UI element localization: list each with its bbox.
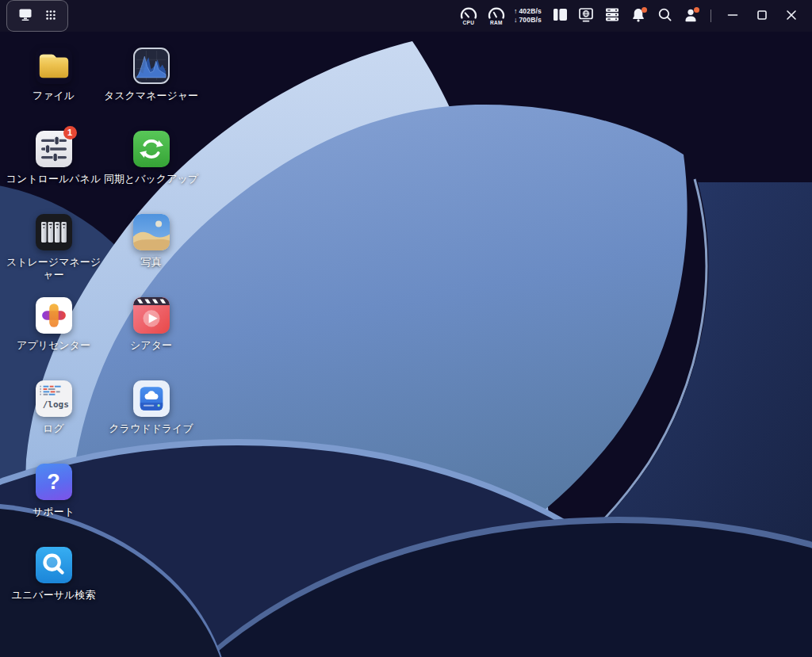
launcher-pill [6, 0, 68, 32]
storage-server-button[interactable] [603, 5, 622, 27]
minimize-button[interactable] [722, 5, 744, 27]
desktop-icon-app-center[interactable]: アプリセンター [5, 297, 102, 380]
desktop-icon-cloud-drive[interactable]: クラウドドライブ [102, 380, 200, 464]
logs-file-icon: /logs [36, 380, 72, 417]
desktop-icon-label: クラウドドライブ [109, 422, 193, 435]
desktop-icon-task-manager[interactable]: タスクマネージャー [102, 48, 200, 131]
desktop-icon-label: ストレージマネージャー [6, 256, 102, 281]
desktop-icon-label: ファイル [33, 90, 75, 102]
desktop-icon-label: ログ [43, 422, 64, 435]
widgets-button[interactable] [550, 5, 569, 27]
maximize-button[interactable] [751, 5, 773, 27]
desktop-icon-label: アプリセンター [17, 339, 90, 352]
close-button[interactable] [780, 5, 802, 27]
user-badge-dot [694, 7, 699, 13]
desktop-view-icon [17, 7, 33, 25]
download-arrow-icon: ↓ [514, 17, 518, 25]
ram-gauge-label: RAM [490, 20, 503, 25]
desktop-icon-photos[interactable]: 写真 [102, 214, 200, 297]
upload-speed: 402B/s [519, 8, 542, 16]
desktop-icon-label: シアター [130, 339, 172, 352]
question-mark-icon: ? [36, 464, 72, 500]
upload-arrow-icon: ↑ [514, 8, 518, 16]
folder-icon [36, 48, 72, 84]
search-button[interactable] [655, 5, 674, 27]
desktop-icon-label: タスクマネージャー [104, 90, 198, 102]
desktop-icon-logs[interactable]: /logs ログ [5, 380, 102, 464]
ram-gauge[interactable]: RAM [486, 7, 507, 25]
sync-arrows-icon [133, 131, 170, 167]
drive-bays-icon [36, 214, 72, 250]
desktop-icon-theater[interactable]: シアター [102, 297, 200, 380]
desktop-icon-control-panel[interactable]: 1 コントロールパネル [5, 131, 102, 214]
nas-desktop: { "titlebar": { "left_icons": [ {"name":… [0, 0, 812, 657]
user-button[interactable] [681, 5, 700, 27]
logs-icon-text: /logs [42, 399, 68, 410]
maximize-icon [756, 10, 768, 23]
network-speed[interactable]: ↑ 402B/s ↓ 700B/s [514, 8, 542, 24]
desktop-icon-storage-manager[interactable]: ストレージマネージャー [5, 214, 102, 297]
support-icon-text: ? [47, 470, 60, 495]
desktop-icon-label: 同期とバックアップ [104, 173, 198, 185]
performance-graph-icon [133, 48, 170, 84]
storage-server-icon [604, 7, 620, 25]
desktop-icon-grid: ファイル タスクマネージャー 1 [5, 41, 200, 630]
desktop-icon-files[interactable]: ファイル [5, 48, 102, 131]
app-grid-button[interactable] [44, 5, 58, 27]
notification-badge-dot [642, 7, 647, 13]
desktop-icon-support[interactable]: ? サポート [5, 464, 102, 547]
desktop-icon-label: 写真 [141, 256, 162, 269]
magnifier-icon [36, 547, 72, 583]
sliders-icon: 1 [36, 131, 72, 167]
remote-access-button[interactable] [576, 5, 596, 27]
movie-play-icon [133, 297, 170, 334]
minimize-icon [727, 10, 738, 23]
desktop-icon-sync-backup[interactable]: 同期とバックアップ [102, 131, 200, 214]
desktop-icon-universal-search[interactable]: ユニバーサル検索 [5, 547, 102, 630]
notifications-button[interactable] [629, 5, 648, 27]
cpu-gauge-label: CPU [462, 20, 474, 25]
titlebar-separator [710, 10, 711, 22]
remote-access-icon [578, 7, 594, 25]
desktop-view-button[interactable] [17, 5, 34, 27]
landscape-icon [133, 214, 170, 250]
app-grid-icon [44, 9, 57, 24]
titlebar-left [0, 0, 68, 32]
titlebar: CPU RAM ↑ 402B/s ↓ 700B/s [0, 0, 812, 32]
titlebar-right: CPU RAM ↑ 402B/s ↓ 700B/s [458, 5, 812, 27]
search-icon [657, 7, 672, 25]
app-plus-icon [36, 297, 72, 334]
control-panel-badge: 1 [63, 126, 77, 139]
cloud-drive-icon [133, 380, 170, 417]
close-icon [786, 10, 797, 23]
widgets-icon [553, 8, 568, 24]
desktop-icon-label: ユニバーサル検索 [12, 589, 96, 602]
cpu-gauge[interactable]: CPU [458, 7, 479, 25]
desktop-icon-label: サポート [33, 506, 75, 518]
download-speed: 700B/s [519, 17, 542, 25]
desktop-icon-label: コントロールパネル [6, 173, 101, 185]
